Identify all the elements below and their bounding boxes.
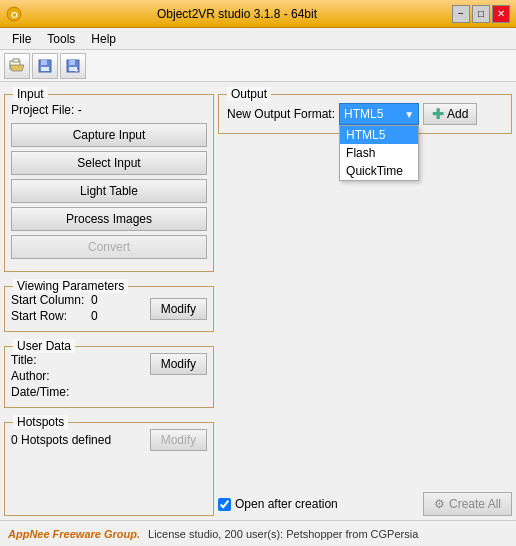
start-column-row: Start Column: 0 — [11, 293, 121, 307]
viewing-parameters-modify-button[interactable]: Modify — [150, 298, 207, 320]
window-title: Object2VR studio 3.1.8 - 64bit — [22, 7, 452, 21]
light-table-button[interactable]: Light Table — [11, 179, 207, 203]
plus-icon: ✚ — [432, 106, 444, 122]
output-format-row: New Output Format: HTML5 ▼ HTML5 Flash Q… — [227, 103, 503, 125]
open-after-creation-label: Open after creation — [235, 497, 338, 511]
left-panel: Input Project File: - Capture Input Sele… — [4, 86, 214, 516]
start-column-label: Start Column: — [11, 293, 91, 307]
add-button-label: Add — [447, 107, 468, 121]
menu-tools[interactable]: Tools — [39, 30, 83, 48]
capture-input-button[interactable]: Capture Input — [11, 123, 207, 147]
minimize-button[interactable]: − — [452, 5, 470, 23]
right-panel: Output New Output Format: HTML5 ▼ HTML5 … — [218, 86, 512, 516]
user-data-author-row: Author: — [11, 369, 150, 383]
format-option-html5[interactable]: HTML5 — [340, 126, 418, 144]
maximize-button[interactable]: □ — [472, 5, 490, 23]
format-option-flash[interactable]: Flash — [340, 144, 418, 162]
user-data-section: User Data Title: Author: Date/Time: Modi… — [4, 346, 214, 408]
close-button[interactable]: ✕ — [492, 5, 510, 23]
start-row-row: Start Row: 0 — [11, 309, 121, 323]
menu-file[interactable]: File — [4, 30, 39, 48]
output-section-title: Output — [227, 87, 271, 101]
status-bar: AppNee Freeware Group. License studio, 2… — [0, 520, 516, 546]
format-option-quicktime[interactable]: QuickTime — [340, 162, 418, 180]
user-data-fields: Title: Author: Date/Time: — [11, 353, 150, 401]
gear-icon: ⚙ — [434, 497, 445, 511]
convert-button[interactable]: Convert — [11, 235, 207, 259]
start-row-value: 0 — [91, 309, 121, 323]
hotspots-modify-button[interactable]: Modify — [150, 429, 207, 451]
svg-text:+: + — [74, 66, 79, 74]
process-images-button[interactable]: Process Images — [11, 207, 207, 231]
svg-rect-5 — [41, 60, 47, 65]
create-all-button[interactable]: ⚙ Create All — [423, 492, 512, 516]
svg-text:O: O — [11, 10, 18, 20]
format-dropdown-menu: HTML5 Flash QuickTime — [339, 125, 419, 181]
user-data-author-label: Author: — [11, 369, 50, 383]
right-spacer — [218, 138, 512, 484]
status-brand: AppNee Freeware Group. — [8, 528, 140, 540]
svg-rect-8 — [69, 60, 75, 65]
chevron-down-icon: ▼ — [404, 109, 414, 120]
window-controls: − □ ✕ — [452, 5, 510, 23]
open-after-creation-row: Open after creation — [218, 497, 338, 511]
app-icon: O — [6, 6, 22, 22]
format-dropdown-container: HTML5 ▼ HTML5 Flash QuickTime — [339, 103, 419, 125]
hotspots-defined-text: 0 Hotspots defined — [11, 433, 111, 447]
start-column-value: 0 — [91, 293, 121, 307]
viewing-parameters-title: Viewing Parameters — [13, 279, 128, 293]
menu-help[interactable]: Help — [83, 30, 124, 48]
create-all-label: Create All — [449, 497, 501, 511]
user-data-title-label: Title: — [11, 353, 37, 367]
format-dropdown-value: HTML5 — [344, 107, 383, 121]
user-data-title: User Data — [13, 339, 75, 353]
status-text: License studio, 200 user(s): Petshopper … — [148, 528, 418, 540]
project-file-value: - — [78, 103, 82, 117]
toolbar: + — [0, 50, 516, 82]
user-data-modify-button[interactable]: Modify — [150, 353, 207, 375]
open-after-creation-checkbox[interactable] — [218, 498, 231, 511]
hotspots-row: 0 Hotspots defined Modify — [11, 429, 207, 451]
hotspots-section: Hotspots 0 Hotspots defined Modify — [4, 422, 214, 516]
user-data-title-row: Title: — [11, 353, 150, 367]
output-section: Output New Output Format: HTML5 ▼ HTML5 … — [218, 94, 512, 134]
input-section-title: Input — [13, 87, 48, 101]
project-file-row: Project File: - — [11, 101, 207, 117]
right-bottom-controls: Open after creation ⚙ Create All — [218, 492, 512, 516]
hotspots-title: Hotspots — [13, 415, 68, 429]
user-data-datetime-label: Date/Time: — [11, 385, 69, 399]
save-button[interactable] — [32, 53, 58, 79]
title-bar: O Object2VR studio 3.1.8 - 64bit − □ ✕ — [0, 0, 516, 28]
saveas-button[interactable]: + — [60, 53, 86, 79]
open-button[interactable] — [4, 53, 30, 79]
select-input-button[interactable]: Select Input — [11, 151, 207, 175]
project-file-label: Project File: — [11, 103, 74, 117]
format-dropdown[interactable]: HTML5 ▼ — [339, 103, 419, 125]
input-section: Input Project File: - Capture Input Sele… — [4, 94, 214, 272]
new-output-format-label: New Output Format: — [227, 107, 335, 121]
start-row-label: Start Row: — [11, 309, 91, 323]
svg-rect-3 — [13, 59, 19, 62]
svg-rect-6 — [41, 67, 49, 71]
menu-bar: File Tools Help — [0, 28, 516, 50]
add-output-button[interactable]: ✚ Add — [423, 103, 477, 125]
main-content: Input Project File: - Capture Input Sele… — [0, 82, 516, 520]
user-data-datetime-row: Date/Time: — [11, 385, 150, 399]
viewing-parameters-section: Viewing Parameters Start Column: 0 Start… — [4, 286, 214, 332]
